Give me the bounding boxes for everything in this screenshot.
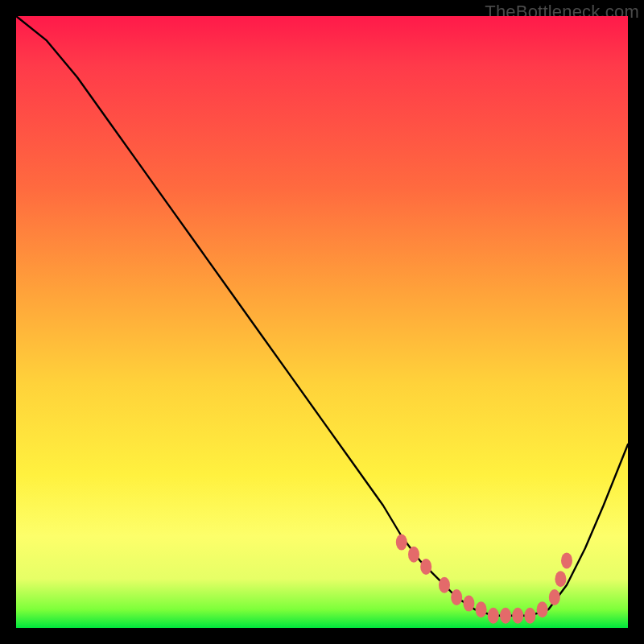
- marker-dot: [463, 596, 474, 612]
- marker-dot: [555, 571, 566, 587]
- marker-dot: [439, 577, 450, 593]
- marker-dot: [396, 535, 407, 551]
- marker-dot: [476, 601, 487, 617]
- marker-dot: [420, 559, 431, 575]
- plot-area: [16, 16, 628, 628]
- marker-dot: [408, 547, 419, 563]
- marker-dot: [500, 608, 511, 624]
- marker-dot: [549, 589, 560, 605]
- marker-dot: [488, 608, 499, 624]
- marker-dot: [537, 601, 548, 617]
- chart-svg: [16, 16, 628, 628]
- chart-frame: TheBottleneck.com: [0, 0, 644, 644]
- marker-dot: [524, 608, 535, 624]
- marker-dot: [561, 552, 572, 568]
- marker-group: [396, 535, 572, 624]
- performance-curve: [16, 16, 628, 616]
- marker-dot: [451, 589, 462, 605]
- marker-dot: [512, 608, 523, 624]
